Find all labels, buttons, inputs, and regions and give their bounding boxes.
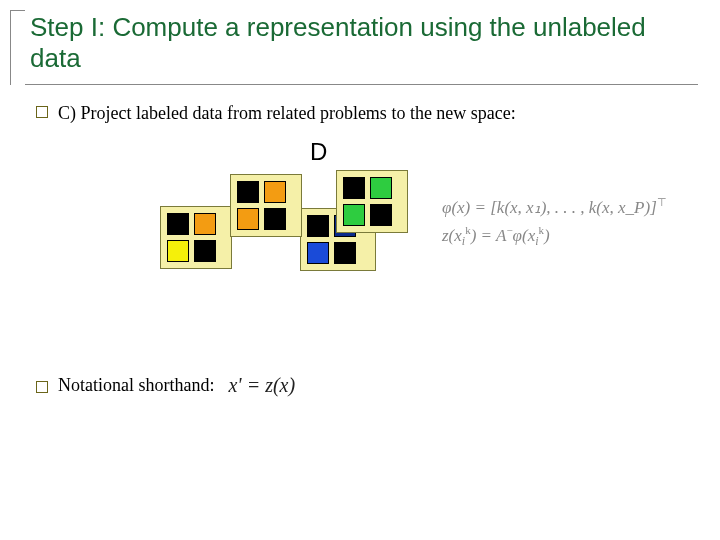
eq-z: z(xik) = A−φ(xik) (442, 222, 667, 252)
shorthand-math: x' = z(x) (228, 374, 295, 397)
corner-rule-left (10, 10, 11, 85)
data-box-2 (230, 174, 302, 237)
math-equations: φ(x) = [k(x, x₁), . . . , k(x, x_P)]⊤ z(… (442, 194, 667, 251)
corner-rule-top (10, 10, 25, 11)
bullet-shorthand-text: Notational shorthand: (58, 375, 214, 396)
bullet-c: C) Project labeled data from related pro… (36, 103, 698, 124)
bullet-shorthand: Notational shorthand: x' = z(x) (36, 374, 698, 397)
page-title: Step I: Compute a representation using t… (30, 12, 698, 80)
eq-phi: φ(x) = [k(x, x₁), . . . , k(x, x_P)]⊤ (442, 194, 667, 221)
slide: Step I: Compute a representation using t… (0, 0, 720, 540)
data-box-1 (160, 206, 232, 269)
bullet-icon (36, 381, 48, 393)
diagram: D φ(x) = [k(x, x₁), . . . , k(x, x_P)]⊤ … (30, 134, 698, 334)
bullet-icon (36, 106, 48, 118)
title-underline (25, 84, 698, 85)
d-label: D (310, 138, 327, 166)
data-box-4 (336, 170, 408, 233)
bullet-c-text: C) Project labeled data from related pro… (58, 103, 516, 124)
